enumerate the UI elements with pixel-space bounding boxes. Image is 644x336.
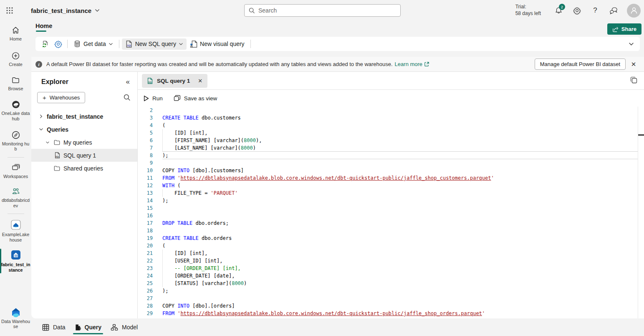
code-text[interactable]: FILE_TYPE = 'PARQUET'	[162, 189, 638, 197]
code-text[interactable]	[162, 295, 638, 302]
code-text[interactable]: [LAST_NAME] [varchar](8000)	[162, 144, 638, 152]
rail-item-browse[interactable]: Browse	[0, 73, 31, 94]
line-number[interactable]: 4	[138, 122, 153, 129]
line-number[interactable]: 18	[138, 227, 153, 234]
code-text[interactable]: COPY INTO [dbo].[customers]	[162, 167, 638, 174]
code-line[interactable]: 21 [ID] [int],	[138, 249, 644, 257]
tree-item-queries[interactable]: Queries	[31, 123, 137, 136]
tree-item-warehouse[interactable]: fabric_test_instance	[31, 110, 137, 123]
code-text[interactable]	[162, 159, 638, 167]
code-line[interactable]: 17DROP TABLE dbo.orders;	[138, 219, 644, 227]
code-text[interactable]: CREATE TABLE dbo.orders	[162, 234, 638, 242]
line-number[interactable]: 7	[138, 144, 153, 152]
code-text[interactable]: [ORDER_DATE] [date],	[162, 272, 638, 280]
code-text[interactable]: [ID] [int],	[162, 129, 638, 137]
copy-icon[interactable]	[630, 76, 638, 84]
code-line[interactable]: 26);	[138, 287, 644, 295]
notifications-button[interactable]: 2	[550, 2, 567, 19]
view-tab-model[interactable]: Model	[109, 318, 139, 336]
add-warehouses-button[interactable]: + Warehouses	[37, 92, 85, 103]
close-tab-icon[interactable]: ✕	[198, 78, 202, 84]
code-line[interactable]: 2	[138, 107, 644, 114]
line-number[interactable]: 15	[138, 204, 153, 212]
editor-overview-ruler[interactable]	[638, 107, 644, 318]
rail-item-dbtlabsfabricdev[interactable]: dbtlabsfabricdev	[0, 184, 31, 211]
code-line[interactable]: 24 [ORDER_DATE] [date],	[138, 272, 644, 280]
collapse-ribbon-button[interactable]	[626, 41, 636, 48]
code-line[interactable]: 27	[138, 295, 644, 302]
app-launcher-waffle-icon[interactable]	[0, 0, 19, 21]
line-number[interactable]: 2	[138, 107, 153, 114]
new-sql-query-button[interactable]: SQL New SQL query	[122, 38, 187, 50]
code-text[interactable]: FROM 'https://dbtlabsynapsedatalake.blob…	[162, 174, 638, 182]
user-avatar[interactable]	[627, 4, 641, 18]
code-text[interactable]: WITH (	[162, 182, 638, 189]
code-line[interactable]: 7 [LAST_NAME] [varchar](8000)	[138, 144, 644, 152]
rail-item-monitoring-hub[interactable]: Monitoring hub	[0, 128, 31, 154]
code-line[interactable]: 8);	[138, 152, 644, 159]
rail-item-onelake-data-hub[interactable]: OneLake data hub	[0, 97, 31, 124]
code-line[interactable]: 5 [ID] [int],	[138, 129, 644, 137]
line-number[interactable]: 28	[138, 302, 153, 310]
code-text[interactable]: [FIRST_NAME] [varchar](8000),	[162, 137, 638, 144]
code-line[interactable]: 20(	[138, 242, 644, 249]
rail-item-fabric-test-instance[interactable]: fabric_test_instance	[0, 247, 31, 275]
rail-item-data-warehouse[interactable]: Data Warehouse	[0, 305, 31, 332]
code-text[interactable]	[162, 227, 638, 234]
learn-more-link[interactable]: Learn more	[395, 61, 422, 67]
code-text[interactable]: [ID] [int],	[162, 249, 638, 257]
view-tab-data[interactable]: Data	[40, 318, 67, 336]
code-line[interactable]: 14);	[138, 197, 644, 204]
rail-item-home[interactable]: Home	[0, 23, 31, 44]
chevron-down-icon[interactable]	[45, 141, 51, 144]
code-text[interactable]: );	[162, 287, 638, 295]
line-number[interactable]: 17	[138, 219, 153, 227]
get-data-button[interactable]: Get data	[70, 38, 116, 49]
warehouse-settings-button[interactable]	[52, 38, 65, 50]
ribbon-tab-home[interactable]: Home	[35, 23, 52, 32]
search-input[interactable]: Search	[244, 4, 401, 17]
line-number[interactable]: 8	[138, 152, 153, 159]
line-number[interactable]: 21	[138, 249, 153, 257]
new-visual-query-button[interactable]: New visual query	[187, 38, 248, 50]
line-number[interactable]: 23	[138, 265, 153, 272]
code-text[interactable]: DROP TABLE dbo.orders;	[162, 219, 638, 227]
line-number[interactable]: 24	[138, 272, 153, 280]
line-number[interactable]: 13	[138, 189, 153, 197]
line-number[interactable]: 29	[138, 310, 153, 317]
code-line[interactable]: 23 -- [ORDER_DATE] [int],	[138, 265, 644, 272]
code-line[interactable]: 13 FILE_TYPE = 'PARQUET'	[138, 189, 644, 197]
collapse-explorer-icon[interactable]: «	[126, 78, 130, 86]
line-number[interactable]: 12	[138, 182, 153, 189]
chevron-right-icon[interactable]	[38, 114, 44, 119]
line-number[interactable]: 20	[138, 242, 153, 249]
line-number[interactable]: 25	[138, 280, 153, 287]
explorer-search-icon[interactable]	[124, 94, 131, 101]
tree-item-shared-queries[interactable]: Shared queries	[31, 162, 137, 175]
rail-item-examplelakehouse[interactable]: ExampleLakehouse	[0, 217, 31, 245]
code-line[interactable]: 15	[138, 204, 644, 212]
query-tab[interactable]: SQL SQL query 1 ✕	[142, 74, 207, 88]
tree-item-sql-query-1[interactable]: SQL SQL query 1	[31, 149, 137, 162]
code-line[interactable]: 29FROM 'https://dbtlabsynapsedatalake.bl…	[138, 310, 644, 317]
code-line[interactable]: 11FROM 'https://dbtlabsynapsedatalake.bl…	[138, 174, 644, 182]
line-number[interactable]: 6	[138, 137, 153, 144]
help-button[interactable]: ?	[587, 2, 604, 19]
code-line[interactable]: 9	[138, 159, 644, 167]
code-line[interactable]: 22 [USER_ID] [int],	[138, 257, 644, 265]
line-number[interactable]: 27	[138, 295, 153, 302]
code-text[interactable]: -- [ORDER_DATE] [int],	[162, 265, 638, 272]
refresh-document-button[interactable]	[39, 38, 52, 50]
line-number[interactable]: 5	[138, 129, 153, 137]
save-as-view-button[interactable]: Save as view	[174, 95, 217, 102]
code-text[interactable]: [USER_ID] [int],	[162, 257, 638, 265]
line-number[interactable]: 9	[138, 159, 153, 167]
workspace-title-menu[interactable]: fabric_test_instance	[31, 7, 100, 14]
code-text[interactable]: [STATUS] [varchar](8000)	[162, 280, 638, 287]
code-text[interactable]	[162, 212, 638, 219]
line-number[interactable]: 16	[138, 212, 153, 219]
share-button[interactable]: Share	[607, 23, 641, 35]
line-number[interactable]: 11	[138, 174, 153, 182]
code-line[interactable]: 19CREATE TABLE dbo.orders	[138, 234, 644, 242]
code-text[interactable]: COPY INTO [dbo].[orders]	[162, 302, 638, 310]
